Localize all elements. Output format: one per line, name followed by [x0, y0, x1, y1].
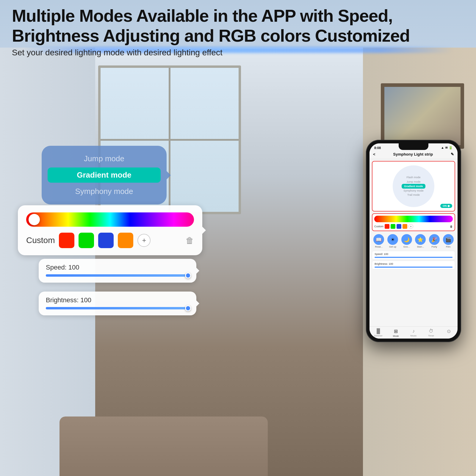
phone-scene-starry[interactable]: ⭐ Starr...	[415, 234, 426, 248]
phone-custom-row: Custom + 🗑	[374, 224, 453, 229]
phone-time: 8:08	[374, 146, 381, 150]
speed-bubble: Speed: 100	[39, 259, 196, 283]
brightness-bubble: Brightness: 100	[39, 292, 196, 315]
phone-scene-film-label: Film	[446, 245, 450, 248]
brightness-slider-track[interactable]	[46, 307, 189, 309]
phone-mode-trail[interactable]: Trail mode	[407, 193, 420, 197]
phone-mode-circle: Flash mode Jump mode Gradient mode Symph…	[393, 165, 434, 207]
phone-back-button[interactable]: <	[373, 152, 375, 156]
phone-scenes: 📖 Read... ☀ Get up 🌙 Goo... ⭐ Starr... 🎉	[369, 232, 458, 250]
phone-nav-music-label: Music	[411, 334, 417, 337]
color-slider-thumb[interactable]	[29, 214, 40, 225]
phone-scene-read-icon: 📖	[373, 234, 384, 245]
phone-nav-mode-icon: ⊞	[394, 328, 398, 334]
phone-nav-dimmer[interactable]: ▐▌ Dimmer	[369, 328, 387, 337]
speed-slider-fill	[46, 274, 189, 277]
phone-scene-getup-icon: ☀	[387, 234, 398, 245]
phone-mode-flash[interactable]: Flash mode	[406, 175, 420, 179]
phone-scene-read-label: Read...	[375, 245, 383, 248]
page-subtitle: Set your desired lighting mode with desi…	[12, 48, 464, 57]
phone-mode-symphony[interactable]: Symphony mode	[403, 189, 424, 193]
phone-nav-timer-label: Timer	[428, 334, 434, 337]
phone-scene-getup-label: Get up	[389, 245, 396, 248]
mode-bubble-inner: Jump mode Gradient mode Symphony mode	[42, 146, 167, 204]
phone-scene-party-label: Party	[432, 245, 437, 248]
color-slider-bar[interactable]	[26, 212, 194, 227]
phone-scene-starry-label: Starr...	[417, 245, 424, 248]
window-frame-h	[101, 139, 239, 141]
phone-swatch-red[interactable]	[385, 224, 389, 229]
phone-mode-section: Flash mode Jump mode Gradient mode Symph…	[372, 161, 455, 212]
phone-color-section: Custom + 🗑	[372, 213, 455, 231]
phone-nav-dimmer-icon: ▐▌	[375, 328, 382, 334]
add-color-button[interactable]: +	[137, 234, 151, 247]
phone-add-color-button[interactable]: +	[408, 224, 413, 229]
phone-brightness-section: Brightness: 100	[372, 261, 455, 270]
phone-nav-music[interactable]: ♪ Music	[405, 328, 422, 337]
custom-row: Custom + 🗑	[26, 233, 194, 248]
phone-header: < Symphony Light strip ✎	[369, 151, 458, 159]
phone-speed-label: Speed: 100	[375, 253, 452, 256]
phone-notch	[399, 143, 428, 150]
phone-status-icons: ▲ ≋ 🔋	[441, 146, 453, 150]
phone-screen: 8:08 ▲ ≋ 🔋 < Symphony Light strip ✎ Flas…	[369, 143, 458, 339]
phone-scene-goodnight[interactable]: 🌙 Goo...	[401, 234, 412, 248]
speed-slider-thumb[interactable]	[185, 273, 191, 278]
phone-speed-fill	[375, 257, 452, 258]
speed-bubble-inner: Speed: 100	[39, 259, 196, 283]
color-swatch-orange[interactable]	[118, 233, 133, 248]
phone-delete-button[interactable]: 🗑	[450, 225, 453, 228]
phone-scene-read[interactable]: 📖 Read...	[373, 234, 384, 248]
brightness-slider-fill	[46, 307, 189, 309]
phone-swatch-green[interactable]	[391, 224, 395, 229]
brightness-slider-thumb[interactable]	[185, 305, 191, 311]
color-swatch-red[interactable]	[59, 233, 74, 248]
delete-color-button[interactable]: 🗑	[186, 236, 194, 245]
brightness-bubble-inner: Brightness: 100	[39, 292, 196, 315]
phone-brightness-label: Brightness: 100	[375, 262, 452, 265]
phone-brightness-fill	[375, 267, 452, 268]
custom-label: Custom	[26, 236, 55, 245]
phone-nav-more[interactable]: ⊙	[440, 328, 458, 337]
phone-scene-goodnight-icon: 🌙	[401, 234, 412, 245]
phone-nav-mode[interactable]: ⊞ Mode	[387, 328, 405, 337]
phone-brightness-track[interactable]	[375, 267, 452, 268]
mode-item-symphony[interactable]: Symphony mode	[51, 184, 158, 198]
color-swatch-green[interactable]	[79, 233, 94, 248]
phone-speed-track[interactable]	[375, 257, 452, 258]
mode-item-jump[interactable]: Jump mode	[51, 152, 158, 166]
phone-edit-button[interactable]: ✎	[451, 152, 454, 156]
phone-nav-music-icon: ♪	[412, 328, 415, 334]
color-picker-inner: Custom + 🗑	[18, 205, 202, 255]
phone-on-toggle[interactable]: ON ◉	[440, 204, 452, 208]
mode-bubble: Jump mode Gradient mode Symphony mode	[42, 146, 167, 204]
furniture-couch	[60, 416, 268, 476]
phone-nav-timer[interactable]: ⏱ Timer	[422, 328, 440, 337]
phone-scene-party-icon: 🎉	[429, 234, 440, 245]
phone-app-title: Symphony Light strip	[393, 152, 433, 156]
speed-slider-track[interactable]	[46, 274, 189, 277]
phone-swatch-blue[interactable]	[397, 224, 401, 229]
phone-scene-goodnight-label: Goo...	[403, 245, 410, 248]
phone-color-bar[interactable]	[374, 216, 453, 222]
phone-mode-jump[interactable]: Jump mode	[406, 180, 420, 184]
phone-nav-more-icon: ⊙	[447, 328, 451, 334]
phone-scene-party[interactable]: 🎉 Party	[429, 234, 440, 248]
phone-swatch-orange[interactable]	[403, 224, 407, 229]
phone-scene-film[interactable]: 🎬 Film	[443, 234, 454, 248]
wall-painting	[381, 83, 464, 149]
speed-label: Speed: 100	[46, 264, 189, 271]
brightness-label: Brightness: 100	[46, 296, 189, 304]
phone-nav-mode-label: Mode	[393, 335, 399, 337]
phone-container: 8:08 ▲ ≋ 🔋 < Symphony Light strip ✎ Flas…	[366, 140, 461, 342]
phone-nav-dimmer-label: Dimmer	[374, 334, 383, 337]
phone-scene-getup[interactable]: ☀ Get up	[387, 234, 398, 248]
phone-bottom-nav: ▐▌ Dimmer ⊞ Mode ♪ Music ⏱ Timer ⊙	[369, 326, 458, 339]
phone-outer: 8:08 ▲ ≋ 🔋 < Symphony Light strip ✎ Flas…	[366, 140, 461, 342]
phone-custom-label: Custom	[374, 225, 383, 228]
color-swatch-blue[interactable]	[98, 233, 114, 248]
phone-mode-gradient[interactable]: Gradient mode	[402, 184, 425, 189]
phone-nav-timer-icon: ⏱	[429, 328, 433, 334]
page-title: Multiple Modes Available in the APP with…	[12, 6, 464, 46]
mode-item-gradient[interactable]: Gradient mode	[48, 167, 161, 183]
